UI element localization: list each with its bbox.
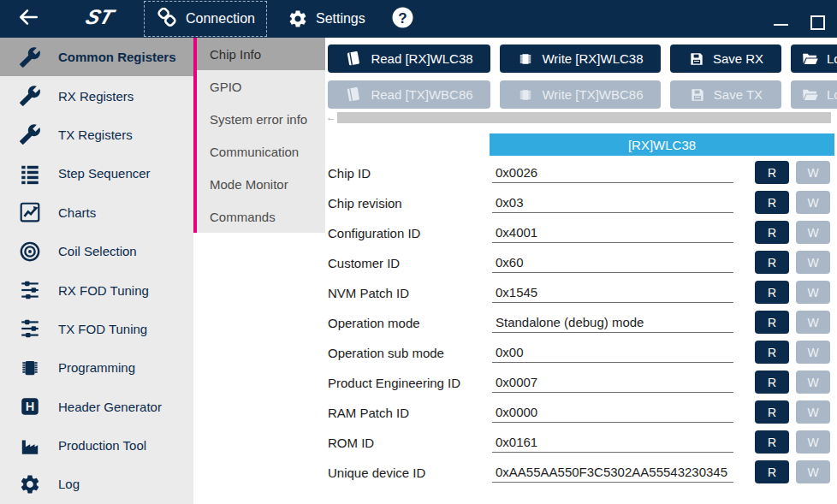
sidebar-item-log[interactable]: Log [0, 465, 193, 503]
sidebar-item-tx-fod-tuning[interactable]: TX FOD Tuning [0, 310, 193, 348]
sidebar-item-coil-selection[interactable]: Coil Selection [0, 232, 193, 270]
write-register-button[interactable]: W [796, 311, 830, 334]
read-register-button[interactable]: R [755, 191, 789, 214]
read-rx-button[interactable]: Read [RX]WLC38 [328, 44, 490, 73]
scrollbar-thumb[interactable] [337, 112, 831, 123]
sidebar-item-label: Common Registers [58, 50, 176, 64]
subsidebar-item-commands[interactable]: Commands [197, 200, 325, 233]
load-rx-button[interactable]: Lo [791, 44, 837, 73]
write-register-button[interactable]: W [796, 371, 830, 394]
sidebar-item-label: RX Registers [58, 89, 134, 104]
subsidebar-item-communication[interactable]: Communication [197, 135, 325, 168]
read-tx-button[interactable]: Read [TX]WBC86 [328, 80, 490, 109]
write-rx-button[interactable]: Write [RX]WLC38 [500, 44, 661, 73]
read-register-button[interactable]: R [755, 430, 789, 454]
sidebar-item-label: TX FOD Tuning [58, 322, 147, 336]
connection-button[interactable]: Connection [144, 1, 267, 37]
write-tx-button[interactable]: Write [TX]WBC86 [500, 80, 661, 109]
load-tx-button[interactable]: Lo [791, 80, 837, 109]
register-column-header: [RX]WLC38 [490, 133, 834, 156]
register-value-field[interactable]: 0x0000 [492, 400, 733, 423]
sidebar-item-step-sequencer[interactable]: Step Sequencer [0, 154, 193, 193]
write-register-button[interactable]: W [796, 341, 830, 364]
sidebar-item-production-tool[interactable]: Production Tool [0, 426, 193, 465]
read-register-button[interactable]: R [755, 281, 789, 304]
read-register-button[interactable]: R [755, 400, 789, 424]
minimize-button[interactable] [774, 24, 788, 26]
register-value-field[interactable]: 0xAA55AA550F3C5302AA55543230345 [492, 460, 733, 483]
sidebar-item-tx-registers[interactable]: TX Registers [0, 116, 193, 154]
read-register-button[interactable]: R [755, 460, 789, 483]
save-rx-button[interactable]: Save RX [670, 44, 781, 73]
sidebar-item-label: Production Tool [58, 438, 146, 453]
back-button[interactable] [15, 6, 41, 32]
help-icon: ? [391, 6, 414, 29]
table-row-nvm-patch-id: NVM Patch ID 0x1545 R W [325, 280, 837, 310]
write-register-button[interactable]: W [796, 400, 830, 424]
read-register-button[interactable]: R [755, 251, 789, 274]
sidebar-item-rx-fod-tuning[interactable]: RX FOD Tuning [0, 270, 193, 309]
chip-icon [517, 86, 534, 104]
sidebar-item-charts[interactable]: Charts [0, 193, 193, 232]
header-icon: H [19, 395, 41, 418]
toolbar-row-rx: Read [RX]WLC38 Write [RX]WLC38 [328, 44, 837, 73]
write-register-button[interactable]: W [796, 430, 830, 454]
register-value-field[interactable]: 0x1545 [492, 280, 733, 303]
write-register-button[interactable]: W [796, 221, 830, 244]
read-register-button[interactable]: R [755, 221, 789, 244]
write-register-button[interactable]: W [796, 460, 830, 483]
chart-icon [19, 201, 41, 223]
register-value-field[interactable]: 0x0007 [492, 370, 733, 393]
register-value-field[interactable]: 0x0161 [492, 430, 733, 453]
register-label: NVM Patch ID [328, 286, 409, 300]
register-value-field[interactable]: Standalone (debug) mode [492, 310, 733, 333]
sidebar-item-label: Programming [58, 360, 135, 375]
svg-text:H: H [26, 400, 35, 414]
save-tx-button[interactable]: Save TX [670, 80, 781, 109]
gear-icon [288, 9, 308, 29]
read-register-button[interactable]: R [755, 161, 789, 184]
subsidebar-item-chip-info[interactable]: Chip Info [197, 38, 325, 70]
register-table: Chip ID 0x0026 R W Chip revision 0x03 R … [325, 160, 837, 489]
subsidebar-item-mode-monitor[interactable]: Mode Monitor [197, 168, 325, 200]
subsidebar-item-gpio[interactable]: GPIO [197, 70, 325, 103]
folder-open-icon [801, 86, 819, 104]
register-value-field[interactable]: 0x4001 [492, 220, 733, 243]
sidebar-item-common-registers[interactable]: Common Registers [0, 38, 193, 76]
help-button[interactable]: ? [391, 6, 414, 33]
sidebar-item-header-generator[interactable]: H Header Generator [0, 388, 193, 426]
register-value-field[interactable]: 0x0026 [492, 160, 733, 183]
factory-icon [19, 435, 41, 457]
settings-button[interactable]: Settings [281, 3, 372, 35]
button-label: Lo [827, 51, 837, 66]
write-register-button[interactable]: W [796, 281, 830, 304]
read-register-button[interactable]: R [755, 311, 789, 334]
register-value-field[interactable]: 0x00 [492, 340, 733, 363]
titlebar: ST Connection Settings ? [0, 0, 837, 38]
subsidebar-item-system-error-info[interactable]: System error info [197, 103, 325, 135]
write-register-button[interactable]: W [796, 191, 830, 214]
button-label: Read [RX]WLC38 [371, 51, 472, 66]
table-row-chip-revision: Chip revision 0x03 R W [325, 190, 837, 220]
read-register-button[interactable]: R [755, 371, 789, 394]
write-register-button[interactable]: W [796, 161, 830, 184]
table-row-product-engineering-id: Product Engineering ID 0x0007 R W [325, 370, 837, 400]
register-value-field[interactable]: 0x03 [492, 190, 733, 213]
sidebar-item-label: Header Generator [58, 400, 162, 414]
register-label: Unique device ID [328, 465, 425, 480]
register-value-field[interactable]: 0x60 [492, 250, 733, 273]
register-label: Product Engineering ID [328, 376, 460, 390]
maximize-button[interactable] [810, 15, 825, 30]
write-register-button[interactable]: W [796, 251, 830, 274]
register-label: Operation mode [328, 316, 420, 330]
register-label: Operation sub mode [328, 346, 444, 360]
chip-icon [19, 357, 41, 379]
sidebar-item-programming[interactable]: Programming [0, 348, 193, 387]
sidebar-item-rx-registers[interactable]: RX Registers [0, 76, 193, 115]
wrench-icon [19, 123, 41, 145]
subsidebar: Chip Info GPIO System error info Communi… [193, 38, 325, 233]
read-register-button[interactable]: R [755, 341, 789, 364]
button-label: Save TX [714, 87, 763, 102]
scroll-left-arrow-icon[interactable]: ← [325, 112, 337, 123]
sidebar-item-label: Log [58, 477, 80, 491]
